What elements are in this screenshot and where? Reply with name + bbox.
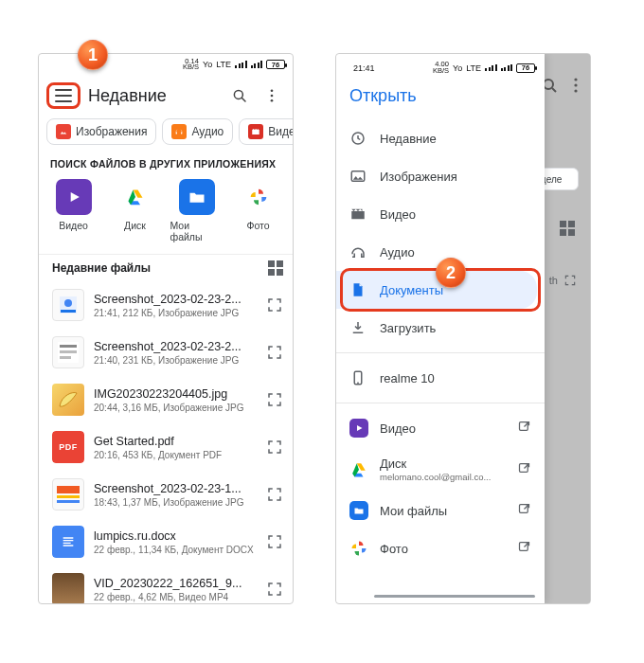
svg-line-1 — [242, 98, 245, 101]
file-name: IMG20230223204405.jpg — [94, 387, 257, 401]
svg-rect-14 — [57, 500, 80, 503]
drawer-item-video[interactable]: Видео — [336, 195, 545, 233]
shortcut-label: Видео — [380, 421, 416, 436]
carrier-label: Yo — [453, 63, 462, 73]
thumbnail — [52, 573, 84, 604]
chip-video[interactable]: Видео — [239, 118, 293, 145]
svg-point-18 — [574, 83, 577, 86]
app-drive[interactable]: Диск — [109, 179, 162, 242]
svg-rect-10 — [60, 350, 77, 353]
phone-left-frame: 0.14 KB/S Yo LTE 76 Недавние Изо — [38, 53, 294, 604]
menu-button[interactable] — [46, 82, 80, 109]
svg-line-16 — [552, 88, 556, 92]
file-row[interactable]: Screenshot_2023-02-23-1...18:43, 1,37 МБ… — [39, 471, 293, 518]
file-row[interactable]: IMG20230223204405.jpg20:44, 3,16 МБ, Изо… — [39, 376, 293, 423]
net-label: LTE — [466, 63, 481, 73]
svg-point-19 — [574, 89, 577, 92]
app-label: Видео — [59, 220, 88, 231]
status-bar: 21:41 4.00KB/S Yo LTE 76 — [336, 56, 545, 77]
file-meta: 22 февр., 4,62 МБ, Видео MP4 — [94, 592, 257, 602]
expand-icon[interactable] — [266, 581, 283, 598]
app-label: Диск — [124, 220, 146, 231]
carrier-label: Yo — [203, 60, 212, 69]
chip-label: Видео — [268, 125, 293, 138]
svg-rect-7 — [61, 310, 76, 313]
svg-point-6 — [64, 299, 72, 307]
expand-icon[interactable] — [266, 391, 283, 408]
more-vert-icon — [263, 87, 280, 104]
svg-point-17 — [574, 78, 577, 81]
file-row[interactable]: Screenshot_2023-02-23-2...21:40, 231 КБ,… — [39, 329, 293, 376]
file-row[interactable]: Screenshot_2023-02-23-2...21:41, 212 КБ,… — [39, 281, 293, 329]
drawer-shortcut-video[interactable]: Видео — [336, 409, 545, 447]
expand-icon[interactable] — [266, 344, 283, 361]
file-meta: 18:43, 1,37 МБ, Изображение JPG — [94, 497, 257, 508]
more-vert-icon — [567, 77, 584, 94]
thumbnail — [52, 336, 84, 368]
svg-point-2 — [271, 89, 274, 92]
view-toggle-button[interactable] — [268, 260, 283, 276]
net-label: LTE — [216, 60, 231, 69]
headphones-icon — [349, 243, 367, 260]
open-in-new-icon — [517, 502, 531, 519]
page-title: Недавние — [88, 86, 221, 106]
signal-icon — [235, 61, 247, 68]
more-button[interactable] — [259, 82, 285, 109]
app-label: Мои файлы — [170, 220, 224, 242]
app-photos[interactable]: Фото — [232, 179, 285, 242]
svg-rect-26 — [520, 505, 528, 513]
app-myfiles[interactable]: Мои файлы — [170, 179, 224, 242]
net-speed: 4.00KB/S — [433, 62, 449, 74]
file-meta: 21:40, 231 КБ, Изображение JPG — [94, 355, 257, 366]
search-icon — [231, 87, 248, 104]
drawer-item-recent[interactable]: Недавние — [336, 119, 545, 157]
document-icon — [349, 281, 367, 298]
chip-audio[interactable]: Аудио — [162, 118, 233, 145]
expand-icon[interactable] — [266, 439, 283, 456]
drawer-shortcut-drive[interactable]: Дискmelomano.cool@gmail.co... — [336, 447, 545, 492]
view-toggle-icon — [560, 221, 575, 236]
drawer-item-label: Видео — [380, 207, 416, 222]
drawer-item-download[interactable]: Загрузить — [336, 309, 545, 347]
drawer-shortcut-photos[interactable]: Фото — [336, 529, 545, 567]
svg-rect-11 — [60, 356, 71, 359]
net-speed: 0.14 KB/S — [183, 59, 199, 71]
file-name: Screenshot_2023-02-23-1... — [94, 482, 257, 495]
svg-rect-24 — [520, 422, 528, 431]
thumbnail — [52, 478, 84, 511]
drawer-item-images[interactable]: Изображения — [336, 157, 545, 195]
file-row[interactable]: lumpics.ru.docx22 февр., 11,34 КБ, Докум… — [39, 518, 293, 565]
folder-icon — [179, 179, 215, 215]
clock: 21:41 — [353, 63, 375, 73]
expand-icon[interactable] — [266, 296, 283, 314]
svg-rect-13 — [57, 495, 80, 498]
recent-files-label: Недавние файлы — [52, 261, 268, 275]
history-icon — [349, 130, 367, 147]
file-row[interactable]: PDF Get Started.pdf20:16, 453 КБ, Докуме… — [39, 423, 293, 471]
search-button[interactable] — [226, 82, 253, 109]
drawer-item-label: Недавние — [380, 132, 437, 146]
nav-drawer: 21:41 4.00KB/S Yo LTE 76 Открыть Недавни… — [336, 54, 545, 603]
drawer-shortcut-myfiles[interactable]: Мои файлы — [336, 492, 545, 529]
signal-icon — [251, 61, 263, 68]
shortcut-label: Диск — [380, 457, 491, 471]
expand-icon[interactable] — [266, 533, 283, 550]
open-in-new-icon — [517, 461, 531, 478]
file-meta: 22 февр., 11,34 КБ, Документ DOCX — [94, 545, 257, 555]
pdf-icon: PDF — [52, 431, 84, 463]
chip-images[interactable]: Изображения — [46, 118, 156, 145]
shortcut-subtitle: melomano.cool@gmail.co... — [380, 472, 491, 482]
svg-rect-27 — [520, 543, 528, 551]
recent-files-header: Недавние файлы — [39, 254, 293, 281]
apps-row: Видео Диск Мои файлы Фото — [39, 179, 293, 254]
drawer-item-device[interactable]: realme 10 — [336, 359, 545, 397]
app-header: Недавние — [39, 75, 293, 113]
hamburger-icon — [55, 89, 72, 102]
app-video[interactable]: Видео — [47, 179, 100, 242]
file-name: Screenshot_2023-02-23-2... — [94, 340, 257, 353]
thumbnail — [52, 289, 84, 321]
file-name: lumpics.ru.docx — [94, 529, 257, 543]
file-row[interactable]: VID_20230222_162651_9...22 февр., 4,62 М… — [39, 565, 293, 604]
expand-icon[interactable] — [266, 486, 283, 503]
app-label: Фото — [246, 220, 269, 231]
